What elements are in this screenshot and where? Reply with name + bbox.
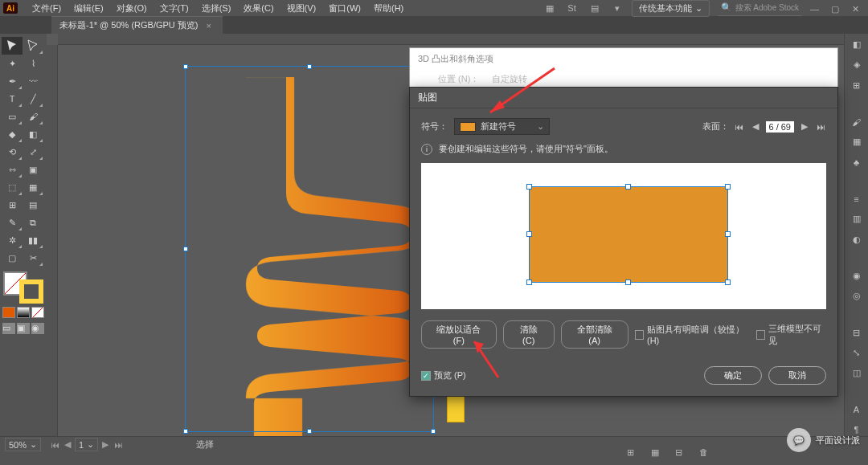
menu-file[interactable]: 文件(F) [26,1,68,16]
transform-icon[interactable]: ⤡ [850,347,864,359]
pathfinder-icon[interactable]: ◫ [850,367,864,379]
fill-stroke-swatch[interactable] [2,270,45,305]
transparency-icon[interactable]: ◐ [850,233,864,245]
direct-selection-tool[interactable] [23,37,43,55]
drawmode-normal[interactable]: ▭ [2,323,15,334]
close-button[interactable]: ✕ [852,4,863,12]
drawmode-inside[interactable]: ◉ [31,323,44,334]
minimize-button[interactable]: — [810,4,821,12]
preview-checkbox[interactable]: ✓预览 (P) [421,369,466,381]
width-tool[interactable]: ⇿ [2,161,23,178]
align-icon[interactable]: ⊟ [850,327,864,339]
line-tool[interactable]: ╱ [23,90,43,108]
eraser-tool[interactable]: ◧ [23,125,43,143]
symbol-dropdown[interactable]: 新建符号 ⌄ [454,118,550,135]
none-swatch[interactable] [31,307,44,318]
rotate-tool[interactable]: ⟲ [2,143,23,161]
symbol-sprayer-tool[interactable]: ✲ [2,231,23,249]
shade-checkbox[interactable]: 贴图具有明暗调（较慢）(H) [635,324,750,345]
mapped-symbol-rect[interactable] [529,186,728,283]
first-artboard-button[interactable]: ⏮ [49,439,60,451]
menu-type[interactable]: 文字(T) [154,1,195,16]
swatches-icon[interactable]: ▦ [850,136,864,148]
curvature-tool[interactable]: 〰 [23,72,43,90]
menu-window[interactable]: 窗口(W) [322,1,367,16]
last-surface-button[interactable]: ⏭ [815,121,826,133]
panel-icon-2[interactable]: St [566,2,579,14]
dock-icon-2[interactable]: ▦ [651,447,667,462]
close-icon[interactable]: × [207,21,211,31]
selection-tool[interactable] [2,37,23,55]
lasso-tool[interactable]: ⌇ [23,55,43,72]
type-tool[interactable]: T [2,90,23,108]
stock-search[interactable]: 🔍 搜索 Adobe Stock [718,1,802,16]
layers-icon[interactable]: ◈ [850,59,864,71]
maximize-button[interactable]: ▢ [831,4,842,12]
artboard-field[interactable]: 1⌄ [75,438,98,451]
surface-counter[interactable]: 6/69 [766,121,794,133]
menu-help[interactable]: 帮助(H) [367,1,410,16]
ruler-vertical[interactable] [47,45,58,436]
next-surface-button[interactable]: ▶ [799,121,810,133]
cancel-button[interactable]: 取消 [768,366,826,385]
effect-tab-rotation[interactable]: 自定旋转 [492,73,527,85]
slice-tool[interactable]: ✂ [23,249,43,267]
color-swatch-1[interactable] [2,307,15,318]
map-preview[interactable] [421,163,826,309]
eyedropper-tool[interactable]: ✎ [2,214,23,231]
character-icon[interactable]: A [850,404,864,416]
next-artboard-button[interactable]: ▶ [100,439,111,451]
shape-builder-tool[interactable]: ⬚ [2,178,23,196]
document-tab[interactable]: 未标题-1* @ 50% (RGB/GPU 预览) × [51,16,223,34]
clear-all-button[interactable]: 全部清除 (A) [561,320,628,349]
menu-select[interactable]: 选择(S) [195,1,238,16]
stroke-swatch[interactable] [19,279,43,304]
effect-tabs: 位置 (N)： 自定旋转 [409,73,527,85]
workspace-switcher[interactable]: 传统基本功能 ⌄ [632,0,710,17]
zoom-field[interactable]: 50%⌄ [5,438,41,451]
pen-tool[interactable]: ✒ [2,72,23,90]
prev-surface-button[interactable]: ◀ [750,121,761,133]
artboard-tool[interactable]: ▢ [2,249,23,267]
graphic-styles-icon[interactable]: ◎ [850,290,864,302]
effect-tab-position[interactable]: 位置 (N)： [438,73,479,85]
dock-icon-1[interactable]: ⊞ [627,447,643,462]
dock-icon-3[interactable]: ⊟ [675,447,691,462]
prev-artboard-button[interactable]: ◀ [62,439,73,451]
mesh-tool[interactable]: ⊞ [2,196,23,214]
column-graph-tool[interactable]: ▮▮ [23,231,43,249]
scale-to-fit-button[interactable]: 缩放以适合 (F) [421,320,497,349]
last-artboard-button[interactable]: ⏭ [113,439,124,451]
blend-tool[interactable]: ⧉ [23,214,43,231]
magic-wand-tool[interactable]: ✦ [2,55,23,72]
stroke-icon[interactable]: ≡ [850,193,864,205]
gradient-swatch[interactable] [17,307,30,318]
panel-icon-3[interactable]: ▤ [588,2,601,14]
panel-icon-1[interactable]: ▦ [543,2,556,14]
panel-icon-4[interactable]: ▾ [611,2,624,14]
shaper-tool[interactable]: ◆ [2,125,23,143]
paintbrush-tool[interactable]: 🖌 [23,108,43,125]
ruler-horizontal[interactable] [58,34,844,45]
menu-view[interactable]: 视图(V) [280,1,323,16]
properties-icon[interactable]: ◧ [850,39,864,51]
drawmode-behind[interactable]: ▣ [17,323,30,334]
clear-button[interactable]: 清除 (C) [503,320,555,349]
menu-effect[interactable]: 效果(C) [237,1,280,16]
gradient-panel-icon[interactable]: ▥ [850,213,864,225]
menu-object[interactable]: 对象(O) [110,1,154,16]
symbols-icon[interactable]: ♣ [850,157,864,169]
first-surface-button[interactable]: ⏮ [734,121,745,133]
perspective-tool[interactable]: ▦ [23,178,43,196]
invisible-geometry-checkbox[interactable]: 三维模型不可见 [756,323,826,347]
menu-edit[interactable]: 编辑(E) [68,1,110,16]
trash-icon[interactable]: 🗑 [699,447,715,462]
rectangle-tool[interactable]: ▭ [2,108,23,125]
scale-tool[interactable]: ⤢ [23,143,43,161]
libraries-icon[interactable]: ⊞ [850,80,864,92]
appearance-icon[interactable]: ◉ [850,270,864,282]
gradient-tool[interactable]: ▤ [23,196,43,214]
ok-button[interactable]: 确定 [704,366,762,385]
free-transform-tool[interactable]: ▣ [23,161,43,178]
brushes-icon[interactable]: 🖌 [850,116,864,128]
